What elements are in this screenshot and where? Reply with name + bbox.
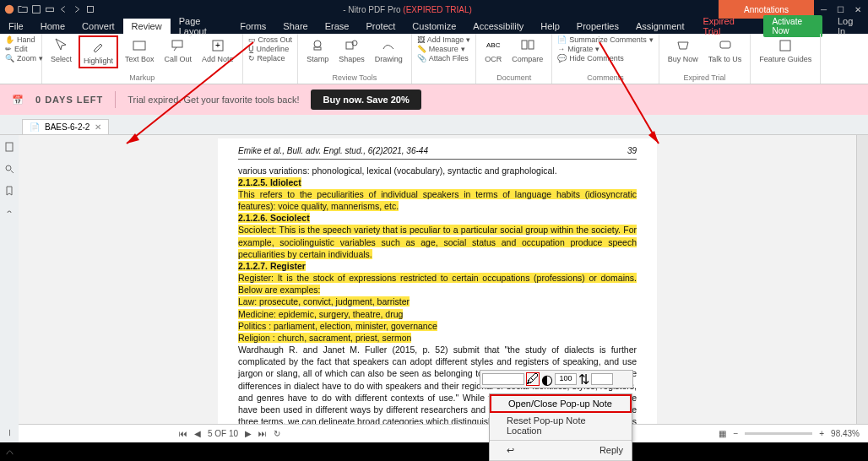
compare-button[interactable]: Compare: [508, 35, 546, 65]
login-button[interactable]: Log In: [829, 16, 868, 36]
folder-icon[interactable]: [17, 3, 29, 15]
drawing-button[interactable]: Drawing: [372, 35, 406, 65]
menu-convert[interactable]: Convert: [73, 19, 123, 34]
stamp-button[interactable]: Stamp: [303, 35, 332, 65]
hidecomments-button[interactable]: 💬 Hide Comments: [557, 54, 654, 62]
feature-button[interactable]: Feature Guides: [756, 35, 815, 65]
hand-tool[interactable]: ✋ Hand: [5, 35, 36, 44]
buy-now-button[interactable]: Buy now. Save 20%: [311, 89, 420, 110]
document-tab[interactable]: 📄 BAES-6-2-2 ✕: [22, 119, 109, 134]
close-icon[interactable]: ✕: [854, 5, 861, 14]
pen-icon[interactable]: 🖊: [526, 372, 540, 386]
app-icon: [3, 3, 15, 15]
zoom-value: 98.43%: [831, 429, 860, 438]
calendar-icon: 📅: [12, 95, 24, 106]
minimize-icon[interactable]: ─: [821, 5, 827, 14]
print-icon[interactable]: [44, 3, 56, 15]
rotate-icon[interactable]: ↻: [274, 429, 280, 438]
talkto-button[interactable]: Talk to Us: [705, 35, 746, 65]
zoom-in-icon[interactable]: +: [819, 429, 824, 438]
pages-icon[interactable]: [4, 140, 14, 155]
svg-rect-13: [522, 41, 527, 49]
bookmark-icon[interactable]: [4, 184, 14, 199]
highlight-toolbar[interactable]: 🖊 ◐ 100 ⇅: [480, 370, 633, 388]
link-icon[interactable]: [4, 206, 14, 221]
attach-panel-icon[interactable]: [5, 426, 14, 441]
attach-button[interactable]: 📎 Attach Files: [417, 54, 471, 62]
measure-button[interactable]: 📏 Measure ▾: [417, 45, 471, 53]
menu-help[interactable]: Help: [532, 19, 568, 34]
undo-icon[interactable]: [57, 3, 69, 15]
tab-label: BAES-6-2-2: [45, 122, 90, 132]
maximize-icon[interactable]: ☐: [837, 5, 844, 14]
addnote-button[interactable]: +Add Note: [198, 35, 237, 68]
menu-erase[interactable]: Erase: [317, 19, 358, 34]
svg-rect-14: [529, 41, 534, 49]
edit-tool[interactable]: ✏ Edit: [5, 45, 36, 53]
svg-rect-2: [46, 8, 54, 11]
menu-review[interactable]: Review: [123, 19, 171, 34]
svg-rect-16: [780, 41, 790, 51]
migrate-button[interactable]: → Migrate ▾: [557, 45, 654, 53]
opacity-field[interactable]: 100: [555, 373, 577, 385]
search-icon[interactable]: [4, 162, 14, 177]
width-field[interactable]: [591, 373, 613, 385]
svg-rect-5: [172, 41, 182, 47]
markup-label: Markup: [47, 73, 237, 82]
svg-point-8: [314, 41, 321, 47]
promo-msg: Trial expired. Get your favorite tools b…: [127, 95, 299, 105]
ctx-reply[interactable]: ↩ Reply: [490, 442, 632, 458]
tab-close-icon[interactable]: ✕: [95, 122, 101, 132]
document-label: Document: [481, 73, 546, 82]
days-left: 0 DAYS LEFT: [35, 95, 103, 105]
svg-rect-9: [314, 47, 321, 50]
stepper-icon[interactable]: ⇅: [578, 372, 589, 388]
menu-pagelayout[interactable]: Page Layout: [171, 19, 232, 34]
svg-rect-1: [33, 6, 41, 14]
redo-icon[interactable]: [71, 3, 83, 15]
shapes-button[interactable]: Shapes: [335, 35, 368, 65]
view-icon[interactable]: ▦: [719, 429, 726, 438]
replace-button[interactable]: ↻ Replace: [248, 54, 293, 62]
highlight-button[interactable]: Highlight: [79, 35, 118, 68]
svg-point-18: [6, 165, 11, 171]
menu-customize[interactable]: Customize: [404, 19, 464, 34]
dropper-icon[interactable]: ◐: [541, 372, 553, 388]
save-icon[interactable]: [30, 3, 42, 15]
page-indicator: 5 OF 10: [208, 429, 238, 438]
menu-properties[interactable]: Properties: [568, 19, 627, 34]
next-page-icon[interactable]: ▶: [245, 429, 252, 438]
menu-accessibility[interactable]: Accessibility: [464, 19, 532, 34]
svg-text:+: +: [215, 41, 220, 50]
prev-page-icon[interactable]: ◀: [194, 429, 201, 438]
sign-panel-icon[interactable]: [5, 444, 14, 459]
select-button[interactable]: Select: [47, 35, 75, 68]
context-menu: Open/Close Pop-up Note Reset Pop-up Note…: [489, 393, 632, 461]
addimage-button[interactable]: 🖼 Add Image ▾: [417, 35, 471, 44]
underline-button[interactable]: U̲ Underline: [248, 45, 293, 53]
ctx-open-popup[interactable]: Open/Close Pop-up Note: [490, 394, 632, 413]
scrollbar[interactable]: [856, 135, 868, 442]
color-swatch[interactable]: [482, 373, 524, 385]
menu-forms[interactable]: Forms: [231, 19, 274, 34]
crossout-button[interactable]: ▭ Cross Out: [248, 35, 293, 44]
callout-button[interactable]: Call Out: [161, 35, 196, 68]
menu-protect[interactable]: Protect: [357, 19, 404, 34]
zoom-out-icon[interactable]: −: [733, 429, 738, 438]
summarize-button[interactable]: 📄 Summarize Comments ▾: [557, 35, 654, 44]
tab-pdf-icon: 📄: [30, 122, 40, 132]
more-icon[interactable]: [84, 3, 96, 15]
svg-rect-15: [720, 41, 730, 48]
menu-file[interactable]: File: [0, 19, 32, 34]
buynow-button[interactable]: Buy Now: [665, 35, 702, 65]
ctx-reset[interactable]: Reset Pop-up Note Location: [490, 413, 632, 438]
menu-assignment[interactable]: Assignment: [627, 19, 692, 34]
menu-share[interactable]: Share: [274, 19, 316, 34]
window-title: - Nitro PDF Pro (EXPIRED TRIAL): [96, 5, 719, 14]
textbox-button[interactable]: Text Box: [122, 35, 158, 68]
last-page-icon[interactable]: ⏭: [258, 429, 267, 438]
zoom-tool[interactable]: 🔍 Zoom ▾: [5, 54, 36, 62]
first-page-icon[interactable]: ⏮: [179, 429, 187, 438]
menu-home[interactable]: Home: [32, 19, 73, 34]
ocr-button[interactable]: ABCOCR: [481, 35, 505, 65]
